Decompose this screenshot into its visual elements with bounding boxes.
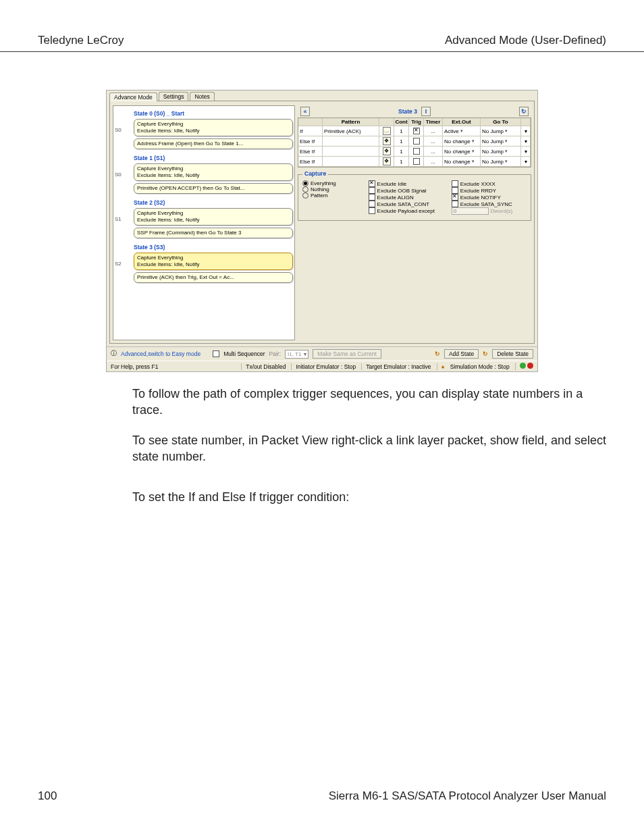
goto-dropdown[interactable]: No Jump▾ (482, 138, 508, 145)
dword-input[interactable] (452, 207, 489, 215)
exclude-align-checkbox[interactable] (369, 194, 375, 201)
trig-checkbox[interactable] (413, 138, 420, 145)
pattern-edit-icon[interactable]: ❖ (383, 157, 391, 165)
state-card[interactable]: Primitive (ACK) then Trig, Ext Out = Ac.… (134, 272, 293, 283)
trig-checkbox[interactable] (413, 128, 420, 134)
row-cont[interactable]: 1 (394, 126, 409, 136)
state-card[interactable]: Primitive (OPEN ACCEPT) then Go To Stat.… (134, 183, 293, 194)
state-card[interactable]: SSP Frame (Command) then Go To State 3 (134, 228, 293, 238)
state-card[interactable]: Capture Everything Exclude Items: Idle, … (134, 163, 293, 181)
checkbox-label: Exclude Payload except (377, 208, 435, 214)
row-menu-icon[interactable]: ▾ (525, 138, 527, 145)
trig-checkbox[interactable] (413, 158, 420, 165)
row-timer[interactable]: ... (424, 147, 443, 157)
col-trig: Trig (409, 118, 424, 126)
extout-dropdown[interactable]: Active▾ (444, 128, 463, 134)
multi-sequencer-checkbox[interactable] (213, 350, 219, 357)
radio-pattern[interactable] (302, 192, 308, 199)
state-title: State 1 (S1) (134, 155, 293, 161)
card-line: Primitive (OPEN ACCEPT) then Go To Stat.… (137, 185, 290, 192)
row-timer[interactable]: ... (424, 157, 443, 167)
pattern-edit-icon[interactable]: ❖ (383, 147, 391, 155)
state-flow-panel[interactable]: S0 State 0 (S0) _ Start Capture Everythi… (113, 105, 295, 340)
goto-dropdown[interactable]: No Jump▾ (482, 149, 508, 155)
make-same-button[interactable]: Make Same as Current (313, 349, 381, 359)
pattern-edit-icon[interactable]: … (383, 127, 391, 135)
prev-state-button[interactable]: « (300, 107, 310, 116)
state-block-3[interactable]: S2 State 3 (S3) Capture Everything Exclu… (134, 244, 293, 283)
condition-row[interactable]: Else If ❖ 1 ... No change▾ No Jump▾ ▾ (298, 157, 531, 167)
pattern-edit-icon[interactable]: ❖ (383, 137, 391, 145)
next-state-button[interactable]: I (421, 107, 431, 116)
capture-group: Capture Everything Nothing Pattern Exclu… (298, 174, 531, 221)
extout-dropdown[interactable]: No change▾ (444, 138, 475, 145)
row-pattern[interactable]: Primitive (ACK) (323, 126, 379, 136)
checkbox-label: Exclude SATA_SYNC (460, 201, 512, 207)
checkbox-label: Exclude OOB Signal (377, 188, 427, 194)
card-line: Capture Everything (137, 255, 290, 261)
exclude-oob-checkbox[interactable] (369, 187, 375, 194)
state-card[interactable]: Address Frame (Open) then Go To State 1.… (134, 138, 293, 149)
tab-notes[interactable]: Notes (190, 92, 214, 101)
refresh-state-button[interactable]: ↻ (519, 107, 529, 116)
radio-nothing[interactable] (302, 186, 308, 192)
col-extout: Ext.Out (443, 118, 481, 126)
exclude-notify-checkbox[interactable] (452, 194, 458, 201)
row-menu-icon[interactable]: ▾ (525, 149, 527, 155)
add-state-button[interactable]: Add State (444, 349, 479, 359)
extout-dropdown[interactable]: No change▾ (444, 159, 475, 165)
condition-row[interactable]: Else If ❖ 1 ... No change▾ No Jump▾ ▾ (298, 136, 531, 147)
card-line: Address Frame (Open) then Go To State 1.… (137, 140, 290, 147)
radio-everything[interactable] (302, 180, 308, 186)
col-timer: Timer (424, 118, 443, 126)
exclude-satacont-checkbox[interactable] (369, 201, 375, 207)
goto-dropdown[interactable]: No Jump▾ (482, 159, 508, 165)
exclude-payload-checkbox[interactable] (369, 207, 375, 214)
row-menu-icon[interactable]: ▾ (525, 128, 527, 134)
goto-dropdown[interactable]: No Jump▾ (482, 128, 508, 134)
pair-dropdown[interactable]: I1, T1 (285, 350, 308, 359)
manual-title: Sierra M6-1 SAS/SATA Protocol Analyzer U… (329, 789, 606, 803)
row-timer[interactable]: ... (424, 126, 443, 136)
row-menu-icon[interactable]: ▾ (525, 159, 527, 165)
row-op: Else If (298, 147, 323, 157)
bottom-toolbar: ⓘ Advanced,switch to Easy mode Multi Seq… (107, 346, 537, 361)
exclude-idle-checkbox[interactable] (369, 180, 375, 187)
state-block-0[interactable]: S0 State 0 (S0) _ Start Capture Everythi… (134, 110, 293, 149)
col-cont: Cont (394, 118, 409, 126)
status-led-red (527, 363, 533, 369)
card-line: Primitive (ACK) then Trig, Ext Out = Ac.… (137, 274, 290, 281)
trig-checkbox[interactable] (413, 148, 420, 155)
row-pattern[interactable] (323, 136, 379, 147)
state-card[interactable]: Capture Everything Exclude Items: Idle, … (134, 208, 293, 226)
card-line: Capture Everything (137, 210, 290, 217)
exclude-satasync-checkbox[interactable] (452, 201, 458, 207)
state-card[interactable]: Capture Everything Exclude Items: Idle, … (134, 119, 293, 136)
body-paragraph-3: To set the If and Else If trigger condit… (132, 489, 606, 505)
extout-dropdown[interactable]: No change▾ (444, 149, 475, 155)
row-pattern[interactable] (323, 157, 379, 167)
exclude-xxxx-checkbox[interactable] (452, 180, 458, 187)
capture-title: Capture (302, 170, 328, 177)
card-line: Exclude Items: Idle, Notify (137, 261, 290, 268)
state-block-2[interactable]: S1 State 2 (S2) Capture Everything Exclu… (134, 199, 293, 238)
dword-hint: Dword(s) (491, 208, 512, 214)
row-pattern[interactable] (323, 147, 379, 157)
state-block-1[interactable]: S0 State 1 (S1) Capture Everything Exclu… (134, 155, 293, 194)
radio-label: Everything (311, 180, 336, 186)
row-cont[interactable]: 1 (394, 147, 409, 157)
row-cont[interactable]: 1 (394, 157, 409, 167)
state-card[interactable]: Capture Everything Exclude Items: Idle, … (134, 253, 293, 270)
condition-row[interactable]: If Primitive (ACK) … 1 ... Active▾ No Ju… (298, 126, 531, 136)
app-screenshot: Advance Mode Settings Notes S0 State 0 (… (106, 90, 538, 372)
tab-advance-mode[interactable]: Advance Mode (109, 93, 157, 101)
page-number: 100 (38, 789, 57, 803)
condition-row[interactable]: Else If ❖ 1 ... No change▾ No Jump▾ ▾ (298, 147, 531, 157)
row-cont[interactable]: 1 (394, 136, 409, 147)
checkbox-label: Exclude ALIGN (377, 194, 414, 201)
delete-state-button[interactable]: Delete State (492, 349, 533, 359)
tab-settings[interactable]: Settings (159, 92, 189, 101)
header-left: Teledyne LeCroy (38, 34, 124, 47)
row-timer[interactable]: ... (424, 136, 443, 147)
switch-easy-mode-link[interactable]: Advanced,switch to Easy mode (121, 350, 200, 357)
